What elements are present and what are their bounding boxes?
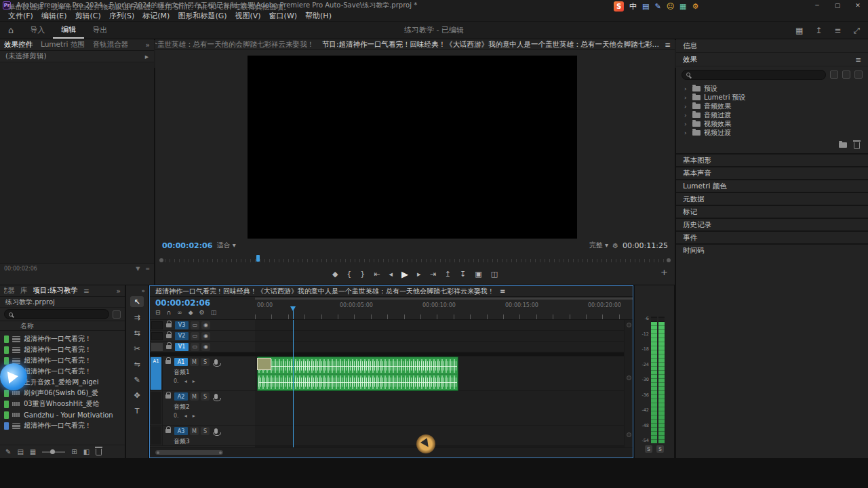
extract-button[interactable]: ↧	[460, 270, 466, 279]
panel-menu-icon[interactable]: ≡	[500, 287, 505, 295]
add-marker-icon[interactable]: ◆	[189, 309, 193, 316]
track-label-a3[interactable]: A3	[174, 427, 188, 435]
ime-language-indicator[interactable]: 中	[629, 1, 637, 12]
ime-toolbox-icon[interactable]: ▦	[679, 2, 686, 11]
minimize-button[interactable]: ─	[807, 0, 827, 11]
expand-icon[interactable]: ▸	[145, 52, 149, 60]
menu-sequence[interactable]: 序列(S)	[105, 11, 139, 21]
maximize-button[interactable]: ▢	[827, 0, 848, 11]
label-color-chip[interactable]	[4, 336, 9, 343]
filter-yuv-icon[interactable]	[854, 70, 863, 79]
ime-keyboard-icon[interactable]: ▤	[642, 2, 649, 11]
linked-selection-icon[interactable]: ∞	[177, 309, 182, 316]
tree-item-video-effects[interactable]: ›视频效果	[676, 119, 868, 128]
source-patch-v1[interactable]	[151, 343, 163, 351]
add-marker-button[interactable]: ◆	[332, 270, 338, 279]
label-color-chip[interactable]	[4, 401, 9, 408]
track-name-a2[interactable]: 音频2	[174, 403, 255, 411]
lane-v1[interactable]	[255, 342, 624, 352]
effects-search-input[interactable]	[693, 71, 821, 79]
track-label-v1[interactable]: V1	[175, 343, 189, 351]
timeline-horizontal-scrollbar[interactable]	[150, 447, 633, 457]
lock-icon[interactable]	[166, 334, 172, 338]
tools-overflow-icon[interactable]: »	[141, 287, 145, 294]
lane-a3[interactable]	[255, 426, 624, 446]
panel-lumetri-color[interactable]: Lumetri 颜色	[676, 179, 868, 192]
label-color-chip[interactable]	[4, 422, 9, 430]
tab-libraries[interactable]: 库	[20, 286, 28, 296]
effects-panel-header[interactable]: 效果 ≡	[676, 53, 868, 66]
tab-overflow-icon[interactable]: »	[117, 287, 121, 295]
tab-effect-controls[interactable]: 效果控件	[4, 40, 33, 49]
lock-icon[interactable]	[165, 394, 171, 399]
tab-overflow-icon[interactable]: »	[146, 41, 150, 49]
source-patch-a2[interactable]	[151, 392, 161, 424]
workspace-tab-export[interactable]: 导出	[84, 22, 115, 39]
delete-icon[interactable]	[854, 142, 860, 149]
selected-clip-fragment[interactable]	[257, 358, 271, 370]
scrubber-right-handle[interactable]	[667, 258, 671, 262]
pen-tool[interactable]: ✎	[130, 374, 144, 385]
menu-help[interactable]: 帮助(H)	[301, 11, 336, 21]
edit-icon[interactable]: ✎	[5, 448, 11, 455]
solo-button[interactable]: S	[201, 392, 210, 401]
track-output-eye-icon[interactable]: ◉	[201, 321, 210, 329]
scrollbar-thumb[interactable]	[155, 450, 223, 455]
timeline-display-icon[interactable]: ◫	[211, 309, 217, 316]
go-to-in-button[interactable]: ⇤	[374, 270, 380, 279]
maximize-frame-icon[interactable]: ⤢	[853, 26, 860, 35]
mute-button[interactable]: M	[190, 358, 199, 366]
quick-export-icon[interactable]: ▦	[795, 26, 803, 35]
tab-source-monitor[interactable]: 中人是一个盖世英雄：总有一天他的会脚踏七彩祥云来娶我！	[155, 39, 318, 49]
track-label-v3[interactable]: V3	[175, 321, 189, 329]
lift-button[interactable]: ↥	[445, 270, 451, 279]
scrubber-left-handle[interactable]	[159, 258, 163, 262]
ripple-edit-tool[interactable]: ⇆	[130, 327, 144, 338]
timeline-playhead-line[interactable]	[293, 320, 294, 447]
label-color-chip[interactable]	[4, 390, 9, 397]
razor-tool[interactable]: ✂	[130, 343, 144, 354]
lane-v3[interactable]	[255, 320, 624, 331]
timeline-timecode[interactable]: 00:00:02:06	[155, 298, 255, 308]
home-icon[interactable]: ⌂	[0, 25, 22, 35]
sogou-ime-icon[interactable]: S	[614, 1, 624, 12]
name-column-header[interactable]: 名称	[0, 321, 125, 331]
lock-icon[interactable]	[166, 323, 172, 327]
project-item[interactable]: 超清神作一口气看完！	[0, 333, 125, 344]
zoom-level-dropdown[interactable]: 适合 ▾	[216, 241, 235, 250]
ime-emoji-icon[interactable]: ☺	[667, 2, 674, 11]
track-name-a3[interactable]: 音频3	[174, 437, 255, 446]
label-color-chip[interactable]	[4, 411, 9, 419]
prev-keyframe-icon[interactable]: ◂	[184, 378, 187, 384]
panel-menu-icon[interactable]: ≡	[145, 266, 150, 272]
program-scrubber[interactable]	[159, 255, 671, 263]
menu-edit[interactable]: 编辑(E)	[37, 11, 71, 21]
track-header-v1[interactable]: V1 ▭ ◉	[150, 342, 255, 352]
lock-icon[interactable]	[165, 360, 171, 364]
project-search-input[interactable]	[16, 310, 104, 318]
mute-button[interactable]: M	[190, 392, 199, 401]
source-patch-v3[interactable]	[151, 321, 163, 329]
filter-accelerated-icon[interactable]	[830, 70, 838, 79]
new-item-icon[interactable]: ◧	[83, 448, 90, 455]
source-patch-v2[interactable]	[151, 332, 163, 340]
solo-right-button[interactable]: S	[656, 445, 664, 453]
tree-item-presets[interactable]: ›预设	[676, 84, 868, 93]
panel-essential-sound[interactable]: 基本声音	[676, 166, 868, 179]
timeline-lanes[interactable]	[255, 320, 624, 447]
source-patch-a3[interactable]	[151, 426, 161, 445]
workspace-tab-import[interactable]: 导入	[22, 22, 53, 39]
tab-media-browser[interactable]: 媒体浏览器	[4, 286, 15, 296]
project-search-box[interactable]	[4, 309, 109, 319]
sync-lock-icon[interactable]: ▭	[191, 332, 199, 340]
new-bin-icon[interactable]: ⊞	[71, 448, 77, 455]
effects-search-box[interactable]	[682, 70, 826, 80]
project-item[interactable]: 超清神作一口气看完！	[0, 420, 125, 431]
track-label-a1[interactable]: A1	[174, 358, 188, 366]
tree-item-audio-transitions[interactable]: ›音频过渡	[676, 110, 868, 119]
tree-item-video-transitions[interactable]: ›视频过渡	[676, 128, 868, 137]
track-select-forward-tool[interactable]: ⇉	[130, 312, 144, 323]
settings-wrench-icon[interactable]: ⚙	[612, 242, 618, 249]
scroll-knob[interactable]	[627, 375, 631, 380]
track-header-a2[interactable]: A2 M S 音频2 0. ◂ ▸	[150, 391, 255, 426]
